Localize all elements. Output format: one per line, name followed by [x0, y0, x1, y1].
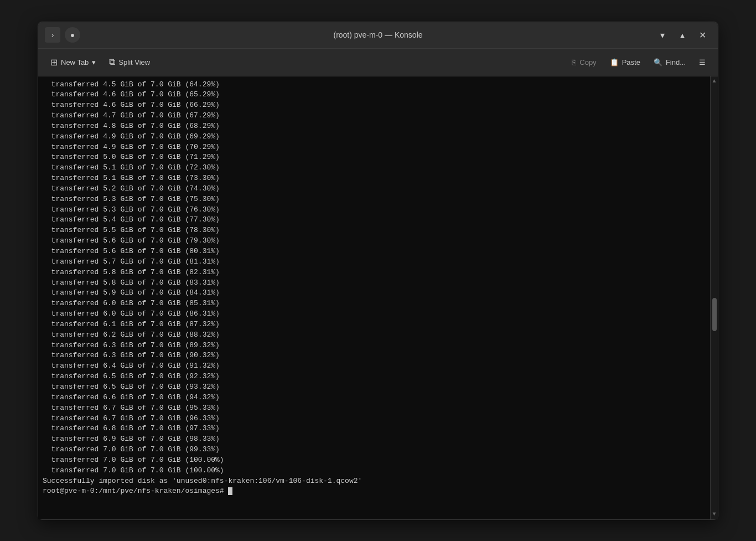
- toolbar: ⊞ New Tab ▾ ⧉ Split View ⎘ Copy 📋 Paste …: [38, 49, 718, 76]
- new-tab-label: New Tab: [61, 58, 89, 66]
- terminal-line: transferred 5.8 GiB of 7.0 GiB (83.31%): [43, 278, 706, 288]
- close-icon: ✕: [699, 30, 706, 40]
- expand-icon: ›: [51, 30, 54, 39]
- terminal-line: transferred 5.8 GiB of 7.0 GiB (82.31%): [43, 267, 706, 278]
- terminal-line: transferred 6.4 GiB of 7.0 GiB (91.32%): [43, 361, 706, 372]
- terminal-line: transferred 4.6 GiB of 7.0 GiB (65.29%): [43, 90, 706, 100]
- copy-icon: ⎘: [572, 58, 576, 66]
- terminal-line: transferred 6.1 GiB of 7.0 GiB (87.32%): [43, 320, 706, 330]
- terminal-line: transferred 5.1 GiB of 7.0 GiB (73.30%): [43, 173, 706, 184]
- terminal-line: transferred 6.6 GiB of 7.0 GiB (94.32%): [43, 393, 706, 403]
- terminal-line: transferred 5.3 GiB of 7.0 GiB (76.30%): [43, 205, 706, 215]
- terminal-line: transferred 4.9 GiB of 7.0 GiB (69.29%): [43, 132, 706, 142]
- terminal-line: transferred 4.8 GiB of 7.0 GiB (68.29%): [43, 121, 706, 132]
- terminal-line: Successfully imported disk as 'unused0:n…: [43, 476, 706, 487]
- terminal-line: transferred 5.9 GiB of 7.0 GiB (84.31%): [43, 288, 706, 298]
- scrollbar[interactable]: ▲ ▼: [710, 76, 718, 519]
- konsole-window: › ● (root) pve-m-0 — Konsole ▾ ▴ ✕ ⊞ New…: [38, 22, 718, 520]
- window-title: (root) pve-m-0 — Konsole: [333, 30, 422, 39]
- terminal-line: transferred 6.3 GiB of 7.0 GiB (89.32%): [43, 341, 706, 351]
- terminal-line: transferred 6.0 GiB of 7.0 GiB (86.31%): [43, 309, 706, 320]
- terminal-line: transferred 5.6 GiB of 7.0 GiB (80.31%): [43, 246, 706, 257]
- terminal-line: transferred 6.8 GiB of 7.0 GiB (97.33%): [43, 424, 706, 434]
- split-view-icon: ⧉: [109, 57, 115, 67]
- terminal-line: transferred 6.3 GiB of 7.0 GiB (90.32%): [43, 351, 706, 361]
- scroll-thumb[interactable]: [712, 298, 717, 331]
- terminal-line: transferred 5.6 GiB of 7.0 GiB (79.30%): [43, 236, 706, 246]
- terminal-line: transferred 6.7 GiB of 7.0 GiB (96.33%): [43, 414, 706, 424]
- title-bar-left-controls: › ●: [45, 27, 80, 43]
- terminal-line: transferred 4.5 GiB of 7.0 GiB (64.29%): [43, 80, 706, 90]
- terminal-cursor: [228, 487, 232, 495]
- scroll-track[interactable]: [711, 86, 718, 509]
- terminal-line: transferred 4.6 GiB of 7.0 GiB (66.29%): [43, 100, 706, 111]
- terminal-line: transferred 5.7 GiB of 7.0 GiB (81.31%): [43, 257, 706, 267]
- hamburger-icon: ☰: [699, 58, 706, 66]
- title-bar-right-controls: ▾ ▴ ✕: [654, 26, 711, 44]
- terminal-line: transferred 5.3 GiB of 7.0 GiB (75.30%): [43, 194, 706, 205]
- chevron-up-button[interactable]: ▴: [674, 26, 691, 44]
- terminal-line: transferred 4.9 GiB of 7.0 GiB (70.29%): [43, 142, 706, 153]
- terminal-line: transferred 6.5 GiB of 7.0 GiB (93.32%): [43, 382, 706, 393]
- new-tab-chevron-icon: ▾: [92, 58, 96, 66]
- terminal-line: transferred 5.0 GiB of 7.0 GiB (71.29%): [43, 152, 706, 163]
- terminal-line: transferred 6.0 GiB of 7.0 GiB (85.31%): [43, 298, 706, 309]
- chevron-up-icon: ▴: [680, 30, 685, 40]
- close-button[interactable]: ✕: [693, 26, 711, 44]
- copy-button[interactable]: ⎘ Copy: [566, 55, 602, 70]
- new-tab-button[interactable]: ⊞ New Tab ▾: [45, 54, 101, 71]
- toolbar-right: ⎘ Copy 📋 Paste 🔍 Find... ☰: [566, 55, 711, 70]
- terminal-line: transferred 6.5 GiB of 7.0 GiB (92.32%): [43, 372, 706, 382]
- terminal-line: root@pve-m-0:/mnt/pve/nfs-kraken/osimage…: [43, 486, 706, 497]
- chevron-down-icon: ▾: [660, 30, 665, 40]
- circle-icon: ●: [70, 30, 75, 39]
- terminal-line: transferred 6.9 GiB of 7.0 GiB (98.33%): [43, 434, 706, 445]
- chevron-down-button[interactable]: ▾: [654, 26, 671, 44]
- find-icon: 🔍: [654, 58, 662, 66]
- split-view-label: Split View: [118, 58, 150, 66]
- title-bar: › ● (root) pve-m-0 — Konsole ▾ ▴ ✕: [38, 22, 718, 49]
- terminal-line: transferred 7.0 GiB of 7.0 GiB (100.00%): [43, 455, 706, 466]
- terminal-output[interactable]: transferred 4.5 GiB of 7.0 GiB (64.29%) …: [38, 76, 710, 519]
- terminal-line: transferred 7.0 GiB of 7.0 GiB (99.33%): [43, 445, 706, 455]
- terminal-line: transferred 5.2 GiB of 7.0 GiB (74.30%): [43, 184, 706, 194]
- terminal-line: transferred 5.5 GiB of 7.0 GiB (78.30%): [43, 225, 706, 236]
- terminal-line: transferred 4.7 GiB of 7.0 GiB (67.29%): [43, 111, 706, 121]
- paste-button[interactable]: 📋 Paste: [604, 55, 646, 70]
- terminal-line: transferred 5.4 GiB of 7.0 GiB (77.30%): [43, 215, 706, 225]
- terminal-line: transferred 5.1 GiB of 7.0 GiB (72.30%): [43, 163, 706, 173]
- scroll-down-arrow[interactable]: ▼: [711, 509, 718, 519]
- find-button[interactable]: 🔍 Find...: [648, 55, 691, 70]
- scroll-up-arrow[interactable]: ▲: [711, 76, 718, 86]
- menu-button[interactable]: ☰: [693, 55, 711, 70]
- terminal-area: transferred 4.5 GiB of 7.0 GiB (64.29%) …: [38, 76, 718, 519]
- copy-label: Copy: [579, 58, 596, 66]
- paste-label: Paste: [622, 58, 640, 66]
- paste-icon: 📋: [610, 58, 619, 66]
- expand-button[interactable]: ›: [45, 27, 60, 43]
- find-label: Find...: [666, 58, 686, 66]
- circle-button[interactable]: ●: [65, 27, 80, 43]
- new-tab-icon: ⊞: [50, 57, 58, 68]
- split-view-button[interactable]: ⧉ Split View: [103, 54, 156, 70]
- terminal-line: transferred 6.7 GiB of 7.0 GiB (95.33%): [43, 403, 706, 414]
- terminal-line: transferred 7.0 GiB of 7.0 GiB (100.00%): [43, 466, 706, 476]
- terminal-line: transferred 6.2 GiB of 7.0 GiB (88.32%): [43, 330, 706, 341]
